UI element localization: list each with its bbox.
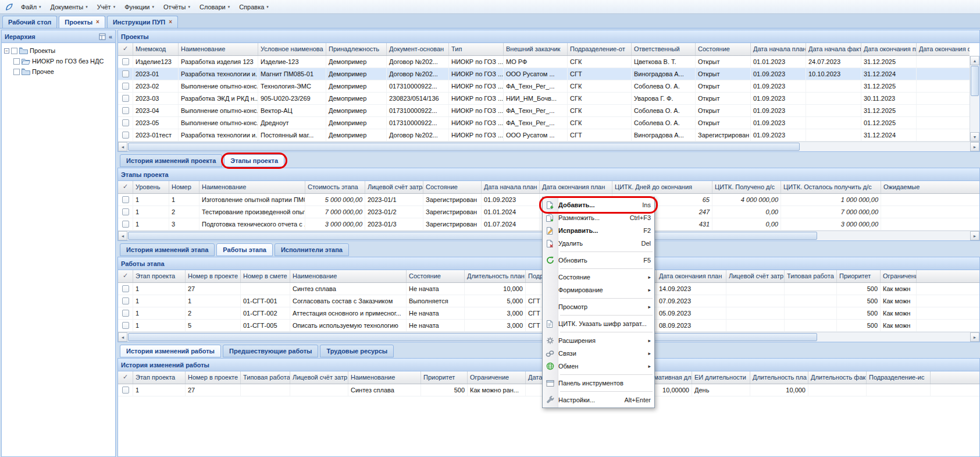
tab-labor-resources[interactable]: Трудовые ресурсы	[320, 345, 394, 357]
menubar-item-3[interactable]: Функции▾	[120, 1, 159, 13]
column-header-3-10[interactable]: ЕИ длительности	[692, 371, 750, 384]
select-all-checkbox-header[interactable]: ✓	[118, 270, 133, 282]
column-header-1-5[interactable]: Лицевой счёт затрат	[365, 181, 423, 193]
column-header-2-11[interactable]: Типовая работа	[785, 270, 837, 282]
row-checkbox[interactable]	[118, 206, 133, 218]
tab-preceding-works[interactable]: Предшествующие работы	[223, 345, 318, 357]
menu-item-formation[interactable]: Формирование▸	[543, 284, 654, 296]
tab-stage-executors[interactable]: Исполнители этапа	[275, 243, 349, 256]
tab-work-history[interactable]: История изменений работы	[120, 345, 221, 357]
column-header-1-7[interactable]: Дата начала план	[482, 181, 540, 193]
table-row-0-3[interactable]: 2023-03Разработка ЭКД и РКД н...905-U020…	[118, 93, 970, 105]
column-header-0-12[interactable]: Дата начала факт.	[806, 43, 861, 55]
column-header-2-6[interactable]: Длительность план▼	[465, 270, 526, 282]
menu-item-citk-cost-code[interactable]: ЦИТК. Указать шифр затрат...	[543, 317, 654, 330]
vertical-scrollbar[interactable]: ▲ ▼	[970, 56, 979, 141]
scroll-thumb[interactable]	[128, 143, 800, 151]
scroll-right-icon[interactable]: ►	[970, 142, 979, 151]
column-header-3-2[interactable]: Номер в проекте	[186, 371, 241, 384]
scroll-thumb[interactable]	[971, 66, 979, 96]
tab-project-stages[interactable]: Этапы проекта	[224, 154, 284, 167]
column-header-1-1[interactable]: Уровень	[133, 181, 169, 193]
column-header-1-9[interactable]: ЦИТК. Дней до окончания	[612, 181, 712, 193]
tree-expander-icon[interactable]: −	[4, 48, 9, 54]
column-header-1-6[interactable]: Состояние	[423, 181, 482, 193]
scroll-left-icon[interactable]: ◄	[118, 231, 127, 240]
scroll-left-icon[interactable]: ◄	[118, 142, 127, 151]
scroll-thumb[interactable]	[128, 333, 817, 341]
menu-item-view[interactable]: Просмотр▸	[543, 300, 654, 313]
column-header-0-4[interactable]: Принадлежность	[326, 43, 387, 55]
select-all-checkbox-header[interactable]: ✓	[118, 43, 133, 55]
menubar-item-0[interactable]: Файл▾	[16, 1, 46, 13]
menu-item-duplicate[interactable]: Размножить...Ctrl+F3	[543, 211, 654, 224]
row-checkbox[interactable]	[118, 384, 133, 396]
menu-item-extensions[interactable]: Расширения▸	[543, 334, 654, 347]
menubar-item-1[interactable]: Документы▾	[46, 1, 92, 13]
row-checkbox[interactable]	[118, 320, 133, 331]
column-header-1-4[interactable]: Стоимость этапа	[305, 181, 365, 193]
scroll-left-icon[interactable]: ◄	[118, 332, 127, 342]
tree-node-2[interactable]: Прочее	[3, 66, 114, 77]
tree-checkbox[interactable]	[11, 48, 17, 54]
column-header-2-10[interactable]: Лицевой счёт затр	[726, 270, 785, 282]
tab-stage-history[interactable]: История изменений этапа	[120, 243, 215, 256]
scroll-right-icon[interactable]: ►	[970, 231, 979, 240]
column-header-0-3[interactable]: Условное наименова	[258, 43, 326, 55]
row-checkbox[interactable]	[118, 80, 133, 92]
menu-item-refresh[interactable]: ОбновитьF5	[543, 254, 654, 267]
column-header-0-1[interactable]: Мнемокод	[133, 43, 179, 55]
tree-node-1[interactable]: НИОКР по ГОЗ без НДС	[3, 56, 114, 66]
column-header-0-14[interactable]: Дата окончания ф	[917, 43, 970, 55]
column-header-1-10[interactable]: ЦИТК. Получено д/с	[712, 181, 781, 193]
column-header-2-4[interactable]: Наименование	[290, 270, 407, 282]
column-header-2-2[interactable]: Номер в проекте	[186, 270, 241, 282]
column-header-3-13[interactable]: Подразделение-ис	[867, 371, 931, 384]
column-header-2-9[interactable]: Дата окончания план	[657, 270, 726, 282]
menu-item-status[interactable]: Состояние▸	[543, 271, 654, 284]
column-header-0-5[interactable]: Документ-основан	[387, 43, 449, 55]
menu-item-add[interactable]: Добавить...Ins	[543, 199, 654, 211]
menu-item-toolbar-panel[interactable]: Панель инструментов	[543, 377, 654, 389]
column-header-2-13[interactable]: Ограничение	[881, 270, 917, 282]
column-header-3-11[interactable]: Длительность пла	[750, 371, 808, 384]
column-header-1-12[interactable]: Ожидаемые	[881, 181, 979, 193]
select-all-checkbox-header[interactable]: ✓	[118, 371, 133, 384]
column-header-1-11[interactable]: ЦИТК. Осталось получить д/с	[781, 181, 881, 193]
table-row-0-1[interactable]: 2023-01Разработка технологии и...Магнит …	[118, 68, 970, 80]
table-row-0-0[interactable]: Изделие123Разработка изделия 123Изделие-…	[118, 56, 970, 68]
scroll-down-icon[interactable]: ▼	[970, 132, 979, 141]
row-checkbox[interactable]	[118, 307, 133, 319]
close-tab-icon[interactable]: ×	[96, 19, 99, 25]
row-checkbox[interactable]	[118, 218, 133, 230]
menu-item-settings[interactable]: Настройки...Alt+Enter	[543, 394, 654, 406]
tree-checkbox[interactable]	[13, 69, 20, 75]
column-header-3-1[interactable]: Этап проекта	[133, 371, 186, 384]
column-header-0-13[interactable]: Дата окончания пл	[861, 43, 917, 55]
row-checkbox[interactable]	[118, 105, 133, 116]
column-header-2-5[interactable]: Состояние	[407, 270, 465, 282]
column-header-3-5[interactable]: Наименование	[348, 371, 421, 384]
scroll-up-icon[interactable]: ▲	[970, 56, 979, 65]
menubar-item-5[interactable]: Словари▾	[195, 1, 234, 13]
tab-project-history[interactable]: История изменений проекта	[120, 154, 222, 167]
column-header-0-9[interactable]: Ответственный	[632, 43, 696, 55]
column-header-3-7[interactable]: Ограничение	[468, 371, 526, 384]
column-header-0-11[interactable]: Дата начала план.	[751, 43, 806, 55]
column-header-1-2[interactable]: Номер	[169, 181, 199, 193]
table-row-0-4[interactable]: 2023-04Выполнение опытно-конс...Вектор-А…	[118, 105, 970, 117]
collapse-sidebar-icon[interactable]: «	[109, 33, 112, 40]
menubar-item-2[interactable]: Учёт▾	[92, 1, 120, 13]
menu-item-links[interactable]: Связи▸	[543, 347, 654, 360]
row-checkbox[interactable]	[118, 283, 133, 295]
panel-menu-icon[interactable]	[99, 33, 106, 40]
menu-item-edit[interactable]: Исправить...F2	[543, 224, 654, 237]
menu-item-delete[interactable]: УдалитьDel	[543, 237, 654, 250]
column-header-3-4[interactable]: Лицевой счёт затр	[290, 371, 348, 384]
table-row-0-6[interactable]: 2023-01тестРазработка технологии и...Пос…	[118, 129, 970, 141]
row-checkbox[interactable]	[118, 129, 133, 141]
tree-node-0[interactable]: −Проекты	[3, 45, 114, 56]
tree-checkbox[interactable]	[13, 58, 20, 65]
column-header-0-10[interactable]: Состояние	[696, 43, 751, 55]
column-header-2-3[interactable]: Номер в смете	[241, 270, 290, 282]
